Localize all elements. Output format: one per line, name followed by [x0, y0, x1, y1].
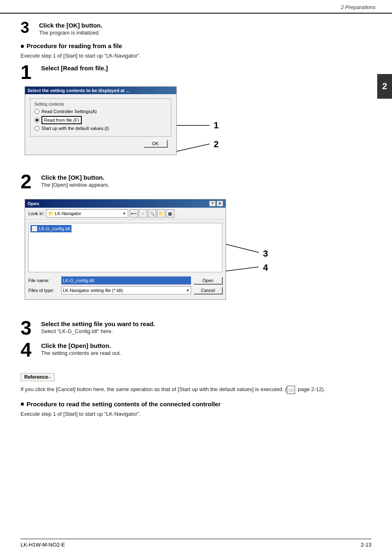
nav-search-btn[interactable]: 🔍	[148, 209, 156, 218]
callout-svg-2: 3 4	[226, 199, 308, 322]
reference-note: If you click the [Cancel] button here, t…	[21, 385, 371, 394]
nav-folder-btn[interactable]: 📁	[157, 209, 165, 218]
group-label: Setting contents	[35, 102, 167, 107]
execute-text-2: Execute step 1 of [Start] to start up "L…	[21, 411, 371, 417]
step-3-desc: Select "LK-G_Config.ldt" here.	[41, 328, 371, 334]
lookin-label: Look in:	[28, 211, 44, 216]
reference-corner-mark: ⌐	[48, 375, 51, 380]
nav-view-btn[interactable]: ▦	[166, 209, 174, 218]
lookin-dropdown[interactable]: 📁 LK-Navigator ▼	[46, 209, 128, 218]
page-header: 2 Preparations	[0, 0, 392, 14]
step-2: 2 Click the [OK] button. The [Open] wind…	[21, 174, 371, 192]
filetype-select[interactable]: LK-Navigator setting file (*.ldt) ▼	[61, 286, 191, 294]
dialog-close-btn[interactable]: ✕	[217, 201, 223, 206]
svg-text:4: 4	[263, 262, 268, 273]
dialog1-wrapper: Select the setting contents to be displa…	[25, 86, 177, 162]
open-dialog-footer: File name: Open Files of type: LK-Naviga…	[25, 276, 226, 299]
nav-back-btn[interactable]: ⟵	[130, 209, 138, 218]
step-3-top-desc: The program is initialized.	[39, 30, 371, 36]
svg-text:3: 3	[263, 248, 268, 259]
radio-circle-1	[35, 109, 39, 114]
section-heading-2: Procedure to read the setting contents o…	[21, 401, 371, 408]
radio-option-3: Start up with the default values.(I)	[35, 126, 167, 131]
footer-right: 2-13	[361, 542, 371, 548]
step-1: 1 Select [Read from file.]	[21, 65, 371, 82]
ok-button-1[interactable]: OK	[143, 140, 167, 147]
step-1-title: Select [Read from file.]	[41, 65, 371, 72]
filename-row: File name: Open	[28, 276, 222, 285]
open-button[interactable]: Open	[194, 277, 222, 284]
lookin-value: LK-Navigator	[55, 211, 81, 216]
radio-option-2: Read from file.(F)	[35, 116, 167, 124]
lookin-row: Look in: 📁 LK-Navigator ▼ ⟵ ↑ 🔍 📁 ▦	[25, 208, 226, 220]
radio-circle-2	[35, 118, 39, 123]
filetype-label: Files of type:	[28, 288, 61, 293]
reference-box: Reference ⌐	[21, 373, 55, 381]
step-number-3: 3	[21, 318, 41, 338]
step-number-3-top: 3	[21, 20, 39, 35]
radio-label-3: Start up with the default values.(I)	[42, 126, 109, 131]
radio-label-1: Read Controller Settings(A)	[42, 109, 97, 114]
svg-line-2	[177, 144, 210, 151]
settings-group: Setting contents Read Controller Setting…	[30, 98, 171, 137]
select-settings-dialog: Select the setting contents to be displa…	[25, 86, 177, 155]
file-item-1[interactable]: 📄 LK-G_config.ldt	[30, 225, 71, 232]
chapter-tab: 2	[377, 74, 392, 99]
step-2-title: Click the [OK] button.	[41, 174, 371, 181]
section-heading-1: Procedure for reading from a file	[21, 42, 371, 49]
execute-text-1: Execute step 1 of [Start] to start up "L…	[21, 53, 371, 59]
open-dialog-title: Open	[28, 201, 39, 206]
open-dialog-wrapper: Open ? ✕ Look in: 📁 LK-Navigator ▼ ⟵ ↑ 🔍…	[25, 199, 226, 308]
step-3-top: 3 Click the [OK] button. The program is …	[21, 22, 371, 36]
radio-label-2-highlighted: Read from file.(F)	[42, 116, 82, 124]
file-item-name: LK-G_config.ldt	[39, 226, 70, 231]
dialog1-title: Select the setting contents to be displa…	[28, 88, 129, 93]
nav-up-btn[interactable]: ↑	[139, 209, 147, 218]
chapter-title: 2 Preparations	[341, 4, 376, 10]
radio-option-1: Read Controller Settings(A)	[35, 109, 167, 114]
open-dialog: Open ? ✕ Look in: 📁 LK-Navigator ▼ ⟵ ↑ 🔍…	[25, 199, 226, 300]
svg-text:2: 2	[214, 139, 219, 149]
step-3: 3 Select the setting file you want to re…	[21, 320, 371, 338]
filetype-value: LK-Navigator setting file (*.ldt)	[63, 288, 123, 293]
filetype-row: Files of type: LK-Navigator setting file…	[28, 286, 222, 294]
page-footer: LK-H1W-M-NO2-E 2-13	[21, 539, 371, 548]
filename-input[interactable]	[61, 276, 191, 285]
step-2-desc: The [Open] window appears.	[41, 182, 371, 188]
svg-text:1: 1	[214, 120, 219, 130]
radio-circle-3	[35, 126, 39, 131]
dialog1-title-bar: Select the setting contents to be displa…	[25, 87, 176, 94]
reference-label: Reference	[24, 374, 48, 380]
step-4-desc: The setting contents are read out.	[41, 350, 371, 356]
file-icon: 📄	[32, 226, 37, 232]
callout-svg-1: 1 2	[177, 86, 259, 169]
dialog-help-btn[interactable]: ?	[209, 201, 216, 206]
step-number-1: 1	[21, 63, 41, 82]
footer-left: LK-H1W-M-NO2-E	[21, 542, 65, 548]
step-number-2: 2	[21, 172, 41, 192]
step-4-title: Click the [Open] button.	[41, 342, 371, 349]
svg-line-4	[226, 244, 259, 253]
step-4: 4 Click the [Open] button. The setting c…	[21, 342, 371, 360]
filename-label: File name:	[28, 278, 61, 283]
cancel-button[interactable]: Cancel	[194, 287, 222, 294]
step-number-4: 4	[21, 340, 41, 360]
page-ref-icon: □□	[287, 386, 295, 394]
step-3-top-title: Click the [OK] button.	[39, 22, 371, 29]
svg-line-6	[226, 267, 259, 271]
dialog1-footer: OK	[30, 140, 171, 151]
open-dialog-title-bar: Open ? ✕	[25, 199, 226, 208]
file-list-area: 📄 LK-G_config.ldt	[28, 223, 222, 272]
step-3-title: Select the setting file you want to read…	[41, 320, 371, 327]
